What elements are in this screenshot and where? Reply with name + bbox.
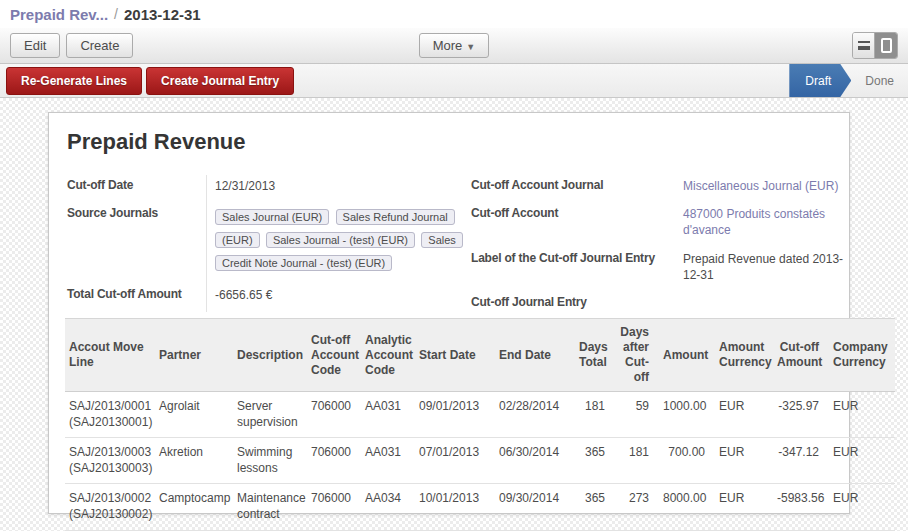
table-cell: Maintenance contract xyxy=(237,484,311,530)
cutoff-journal-entry-value xyxy=(675,292,847,318)
table-cell: EUR xyxy=(833,438,895,484)
table-cell: Agrolait xyxy=(159,392,237,438)
table-cell: 181 xyxy=(619,438,663,484)
form-toolbar: Edit Create More▼ xyxy=(0,28,908,64)
table-cell: EUR xyxy=(833,484,895,530)
list-view-button[interactable] xyxy=(853,33,875,58)
table-header-cell[interactable]: Amount Currency xyxy=(719,319,777,392)
status-state-draft: Draft xyxy=(789,64,851,97)
more-button[interactable]: More▼ xyxy=(419,33,490,58)
create-journal-entry-button[interactable]: Create Journal Entry xyxy=(146,67,294,95)
table-cell: SAJ/2013/0002 (SAJ20130002) xyxy=(65,484,159,530)
cutoff-account-link[interactable]: 487000 Produits constatés d'avance xyxy=(683,207,825,237)
table-cell: 09/01/2013 xyxy=(419,392,499,438)
table-cell: Camptocamp xyxy=(159,484,237,530)
table-header-cell[interactable]: Company Currency xyxy=(833,319,895,392)
table-header-cell[interactable]: Cut-off Amount xyxy=(777,319,833,392)
journal-tag[interactable]: Sales Journal (EUR) xyxy=(215,209,329,225)
status-state-done: Done xyxy=(851,64,908,97)
table-row[interactable]: SAJ/2013/0002 (SAJ20130002)CamptocampMai… xyxy=(65,484,895,530)
cutoff-date-value: 12/31/2013 xyxy=(206,175,456,203)
table-header-cell[interactable]: Analytic Account Code xyxy=(365,319,419,392)
table-cell: AA034 xyxy=(365,484,419,530)
table-header-cell[interactable]: Amount xyxy=(663,319,719,392)
page-title: Prepaid Revenue xyxy=(67,129,831,155)
table-cell: 09/30/2014 xyxy=(499,484,579,530)
breadcrumb-parent-link[interactable]: Prepaid Rev... xyxy=(10,6,108,23)
source-journals-label: Source Journals xyxy=(67,203,206,283)
journal-entry-label-label: Label of the Cut-off Journal Entry xyxy=(471,248,675,292)
table-cell: 1000.00 xyxy=(663,392,719,438)
source-journals-tags: Sales Journal (EUR) Sales Refund Journal… xyxy=(215,206,457,274)
lines-table: Accout Move LinePartnerDescriptionCut-of… xyxy=(65,318,895,531)
table-cell: SAJ/2013/0001 (SAJ20130001) xyxy=(65,392,159,438)
table-cell: 07/01/2013 xyxy=(419,438,499,484)
cutoff-account-label: Cut-off Account xyxy=(471,203,675,247)
journal-entry-label-value: Prepaid Revenue dated 2013-12-31 xyxy=(675,248,847,292)
table-cell: EUR xyxy=(719,392,777,438)
table-cell: AA031 xyxy=(365,392,419,438)
table-cell: AA031 xyxy=(365,438,419,484)
table-header-cell[interactable]: Days after Cut-off xyxy=(619,319,663,392)
cutoff-account-journal-label: Cut-off Account Journal xyxy=(471,175,675,203)
table-cell: EUR xyxy=(719,438,777,484)
form-view-button[interactable] xyxy=(875,33,897,58)
table-cell: SAJ/2013/0003 (SAJ20130003) xyxy=(65,438,159,484)
breadcrumb-separator: / xyxy=(114,6,118,22)
table-header-cell[interactable]: Description xyxy=(237,319,311,392)
table-cell: 59 xyxy=(619,392,663,438)
table-header-cell[interactable]: Days Total xyxy=(579,319,619,392)
total-cutoff-amount-label: Total Cut-off Amount xyxy=(67,284,206,312)
table-row[interactable]: SAJ/2013/0001 (SAJ20130001)AgrolaitServe… xyxy=(65,392,895,438)
table-row[interactable]: SAJ/2013/0003 (SAJ20130003)AkretionSwimm… xyxy=(65,438,895,484)
table-cell: 06/30/2014 xyxy=(499,438,579,484)
main-content: Prepaid Revenue Cut-off Date 12/31/2013 … xyxy=(0,98,908,531)
table-cell: 8000.00 xyxy=(663,484,719,530)
table-cell: 706000 xyxy=(311,438,365,484)
status-states: DraftDone xyxy=(789,64,908,97)
field-group-right: Cut-off Account Journal Miscellaneous Jo… xyxy=(471,175,847,318)
toolbar-center: More▼ xyxy=(0,33,908,58)
table-cell: 706000 xyxy=(311,392,365,438)
view-switcher xyxy=(852,32,898,59)
table-cell: 365 xyxy=(579,484,619,530)
table-cell: Server supervision xyxy=(237,392,311,438)
cutoff-journal-entry-label: Cut-off Journal Entry xyxy=(471,292,675,318)
table-cell: -325.97 xyxy=(777,392,833,438)
cutoff-account-journal-link[interactable]: Miscellaneous Journal (EUR) xyxy=(683,179,838,193)
cutoff-date-label: Cut-off Date xyxy=(67,175,206,203)
caret-down-icon: ▼ xyxy=(466,42,475,52)
table-cell: 181 xyxy=(579,392,619,438)
table-cell: Akretion xyxy=(159,438,237,484)
table-header-cell[interactable]: Partner xyxy=(159,319,237,392)
table-header-cell[interactable]: Cut-off Account Code xyxy=(311,319,365,392)
breadcrumb: Prepaid Rev... / 2013-12-31 xyxy=(0,0,908,28)
journal-tag[interactable]: Sales Journal - (test) (EUR) xyxy=(266,232,415,248)
table-cell: 10/01/2013 xyxy=(419,484,499,530)
statusbar: Re-Generate Lines Create Journal Entry D… xyxy=(0,64,908,98)
more-button-label: More xyxy=(433,38,463,53)
table-header-row: Accout Move LinePartnerDescriptionCut-of… xyxy=(65,319,895,392)
list-icon xyxy=(858,41,870,50)
breadcrumb-current: 2013-12-31 xyxy=(124,6,201,23)
table-cell: 706000 xyxy=(311,484,365,530)
table-cell: 02/28/2014 xyxy=(499,392,579,438)
table-cell: 700.00 xyxy=(663,438,719,484)
table-cell: 273 xyxy=(619,484,663,530)
table-cell: EUR xyxy=(719,484,777,530)
table-cell: Swimming lessons xyxy=(237,438,311,484)
lines-table-container: Accout Move LinePartnerDescriptionCut-of… xyxy=(65,318,895,532)
regenerate-lines-button[interactable]: Re-Generate Lines xyxy=(6,67,142,95)
field-group-left: Cut-off Date 12/31/2013 Source Journals … xyxy=(67,175,456,318)
table-cell: -5983.56 xyxy=(777,484,833,530)
table-header-cell[interactable]: End Date xyxy=(499,319,579,392)
table-cell: 365 xyxy=(579,438,619,484)
table-cell: EUR xyxy=(833,392,895,438)
table-cell: -347.12 xyxy=(777,438,833,484)
total-cutoff-amount-value: -6656.65 € xyxy=(206,284,456,312)
table-header-cell[interactable]: Start Date xyxy=(419,319,499,392)
table-header-cell[interactable]: Accout Move Line xyxy=(65,319,159,392)
form-icon xyxy=(881,38,892,53)
